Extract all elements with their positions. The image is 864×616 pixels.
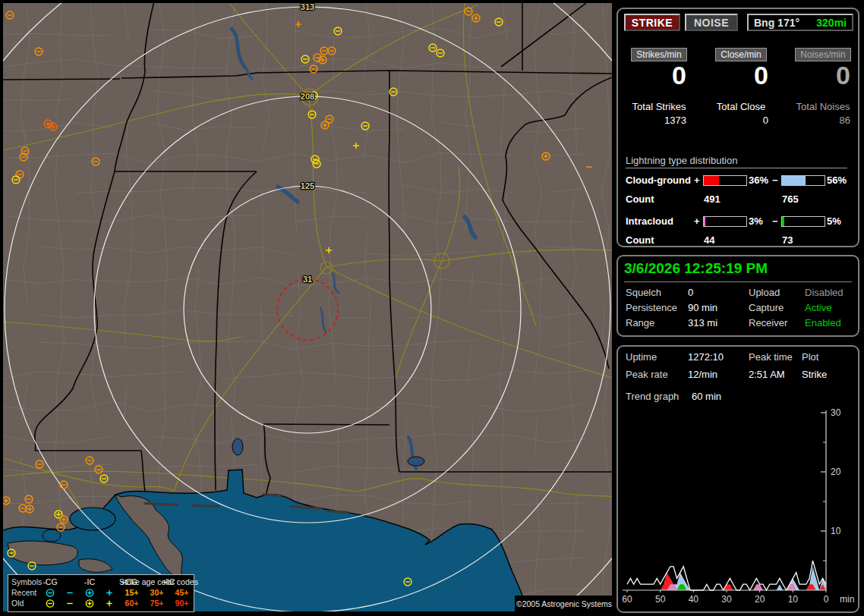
trend-x-tick-label: 60 [622, 594, 632, 605]
field-label: Plot [802, 351, 818, 363]
field-label: Range [626, 317, 654, 328]
trend-y-tick-label: 10 [831, 526, 841, 536]
legend-icm-icon [65, 588, 75, 598]
legend-icp-icon [104, 588, 115, 598]
symbol-legend: Symbols -CG-IC+CG+IC Strike age color co… [8, 574, 194, 612]
legend-type-headers: -CG-IC+CG+IC [40, 577, 119, 587]
field-value: 2:51 AM [749, 369, 785, 380]
total-value: 0 [763, 115, 768, 126]
trend-graph-window-value: 60 min [692, 391, 721, 402]
legend-cgm-icon [45, 588, 55, 598]
field-value: 0 [688, 287, 693, 298]
field-value: Enabled [805, 317, 841, 328]
count-label: Count [626, 234, 654, 246]
rate-label-chip: Close/min [715, 48, 766, 61]
field-value: 12/min [688, 369, 717, 380]
negative-percentage-value: 56% [827, 174, 847, 186]
positive-percentage-value: 36% [749, 174, 768, 186]
stats-trend-panel: Uptime1272:10Peak timePlotPeak rate12/mi… [616, 345, 859, 613]
rate-value: 0 [754, 61, 768, 90]
trend-x-tick-label: 30 [721, 594, 732, 605]
map-canvas[interactable]: 31320812531 [3, 3, 612, 611]
strike-age-code: 75+ [144, 599, 169, 608]
field-label: Peak rate [626, 369, 668, 380]
counter-column: Close/min0Total Close0 [705, 9, 777, 130]
positive-sign: + [694, 215, 700, 227]
positive-percentage-value: 3% [749, 215, 763, 227]
trend-axes [623, 410, 826, 590]
legend-age-row-label: Old [11, 599, 42, 608]
total-value: 86 [840, 115, 850, 126]
legend-icm-icon [65, 599, 75, 608]
legend-age-row-label: Recent [11, 588, 42, 598]
trend-x-tick-label: 50 [655, 594, 666, 605]
status-panel: 3/6/2026 12:25:19 PM Squelch0UploadDisab… [616, 255, 859, 337]
range-ring-label: 125 [301, 181, 314, 190]
total-label: Total Strikes [623, 101, 695, 112]
count-label: Count [626, 193, 654, 205]
field-value: 313 mi [688, 317, 717, 328]
positive-count-value: 44 [704, 234, 714, 246]
legend-age-header: Strike age color codes [119, 577, 192, 587]
positive-percentage-bar [703, 216, 747, 227]
strike-symbol [46, 600, 53, 607]
legend-type-header: -IC [80, 577, 99, 587]
field-label: Peak time [749, 351, 793, 363]
strike-symbol [106, 601, 112, 606]
range-ring-label: 313 [301, 3, 314, 11]
trend-graph-label: Trend graph [626, 391, 679, 402]
trend-y-tick-label: 20 [831, 467, 841, 477]
trend-x-tick-label: 10 [788, 594, 799, 605]
positive-percentage-bar [703, 175, 747, 186]
range-ring-label: 208 [301, 92, 314, 101]
trend-x-tick-label: 20 [755, 594, 765, 605]
lightning-tracker-window: { "map": { "center": {"x": 405, "y": 408… [0, 0, 864, 616]
negative-percentage-bar [781, 175, 825, 186]
trend-x-axis-unit: min [840, 594, 854, 605]
distribution-title: Lightning type distribution [626, 155, 847, 168]
negative-sign: − [772, 174, 778, 186]
legend-symbols-header: Symbols [11, 577, 42, 587]
field-value: 1272:10 [688, 351, 724, 363]
range-ring-label: 31 [303, 275, 312, 284]
field-value: Active [805, 302, 831, 313]
rate-value: 0 [672, 61, 686, 90]
field-label: Squelch [626, 287, 661, 298]
field-label: Upload [749, 287, 780, 298]
strike-symbol [46, 589, 53, 596]
positive-count-value: 491 [704, 193, 721, 205]
legend-type-header: -CG [40, 577, 60, 587]
strike-age-code: 60+ [119, 599, 144, 608]
strike-age-code: 30+ [144, 588, 169, 598]
rate-label-chip: Strikes/min [631, 48, 686, 61]
legend-cgp-icon [84, 599, 95, 608]
field-label: Capture [749, 302, 784, 313]
legend-cgp-icon [84, 588, 95, 598]
field-label: Persistence [626, 302, 677, 313]
clock-divider [624, 281, 852, 282]
counter-column: Strikes/min0Total Strikes1373 [623, 9, 695, 130]
trend-x-tick-label: 0 [824, 594, 829, 605]
clock-readout: 3/6/2026 12:25:19 PM [624, 260, 768, 277]
rate-label-chip: Noises/min [795, 48, 850, 61]
field-value: Strike [802, 369, 827, 380]
strike-symbol [106, 590, 112, 596]
total-label: Total Close [705, 101, 777, 112]
strike-age-code: 15+ [119, 588, 144, 598]
field-label: Uptime [626, 351, 657, 363]
negative-sign: − [772, 215, 778, 227]
legend-cgm-icon [45, 599, 55, 608]
negative-count-value: 765 [782, 193, 799, 205]
positive-sign: + [694, 174, 700, 186]
distribution-type-label: Intracloud [626, 215, 673, 227]
strike-age-code: 90+ [169, 599, 194, 608]
strike-age-code: 45+ [169, 588, 194, 598]
field-value: Disabled [805, 287, 844, 298]
counter-column: Noises/min0Total Noises86 [787, 9, 859, 130]
negative-percentage-bar [781, 216, 825, 227]
field-label: Receiver [749, 317, 787, 328]
strike-counter-panel: STRIKE NOISE Bng 171° 320mi Strikes/min0… [616, 8, 859, 247]
strike-symbol [86, 589, 93, 596]
negative-count-value: 73 [782, 234, 793, 246]
rate-value: 0 [836, 61, 850, 90]
